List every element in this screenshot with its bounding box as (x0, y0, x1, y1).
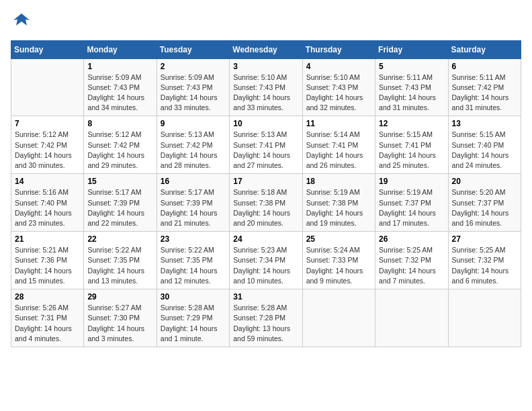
day-number: 29 (87, 292, 152, 302)
calendar-cell: 9 Sunrise: 5:13 AMSunset: 7:42 PMDayligh… (157, 116, 229, 174)
calendar-cell (448, 289, 521, 347)
calendar-cell: 29 Sunrise: 5:27 AMSunset: 7:30 PMDaylig… (84, 289, 157, 347)
calendar-cell: 14 Sunrise: 5:16 AMSunset: 7:40 PMDaylig… (11, 174, 84, 232)
calendar-cell: 1 Sunrise: 5:09 AMSunset: 7:43 PMDayligh… (84, 58, 157, 116)
calendar-table: SundayMondayTuesdayWednesdayThursdayFrid… (11, 40, 521, 347)
calendar-cell: 23 Sunrise: 5:22 AMSunset: 7:35 PMDaylig… (157, 232, 229, 289)
day-number: 18 (306, 177, 371, 186)
day-number: 7 (15, 119, 80, 128)
day-number: 13 (452, 119, 517, 128)
day-detail: Sunrise: 5:12 AMSunset: 7:42 PMDaylight:… (87, 130, 152, 171)
day-number: 25 (306, 234, 371, 244)
calendar-cell: 27 Sunrise: 5:25 AMSunset: 7:32 PMDaylig… (448, 232, 521, 289)
day-number: 3 (233, 62, 298, 71)
day-detail: Sunrise: 5:10 AMSunset: 7:43 PMDaylight:… (306, 73, 371, 113)
calendar-cell: 30 Sunrise: 5:28 AMSunset: 7:29 PMDaylig… (157, 289, 229, 347)
week-row-4: 21 Sunrise: 5:21 AMSunset: 7:36 PMDaylig… (11, 232, 521, 289)
weekday-header-tuesday: Tuesday (157, 40, 229, 58)
day-number: 19 (379, 177, 444, 186)
day-number: 12 (379, 119, 444, 128)
weekday-header-row: SundayMondayTuesdayWednesdayThursdayFrid… (11, 40, 521, 58)
svg-marker-0 (13, 13, 30, 26)
day-detail: Sunrise: 5:17 AMSunset: 7:39 PMDaylight:… (161, 187, 226, 228)
weekday-header-saturday: Saturday (448, 40, 521, 58)
day-detail: Sunrise: 5:28 AMSunset: 7:28 PMDaylight:… (233, 303, 298, 344)
day-number: 8 (87, 119, 152, 128)
day-number: 31 (233, 292, 298, 302)
week-row-2: 7 Sunrise: 5:12 AMSunset: 7:42 PMDayligh… (11, 116, 521, 174)
day-detail: Sunrise: 5:10 AMSunset: 7:43 PMDaylight:… (233, 73, 298, 113)
weekday-header-monday: Monday (84, 40, 157, 58)
day-detail: Sunrise: 5:11 AMSunset: 7:43 PMDaylight:… (379, 73, 444, 113)
calendar-cell: 24 Sunrise: 5:23 AMSunset: 7:34 PMDaylig… (230, 232, 302, 289)
week-row-5: 28 Sunrise: 5:26 AMSunset: 7:31 PMDaylig… (11, 289, 521, 347)
calendar-cell: 31 Sunrise: 5:28 AMSunset: 7:28 PMDaylig… (230, 289, 302, 347)
calendar-cell: 16 Sunrise: 5:17 AMSunset: 7:39 PMDaylig… (157, 174, 229, 232)
week-row-1: 1 Sunrise: 5:09 AMSunset: 7:43 PMDayligh… (11, 58, 521, 116)
day-number: 5 (379, 62, 444, 71)
logo (11, 11, 31, 34)
calendar-cell: 12 Sunrise: 5:15 AMSunset: 7:41 PMDaylig… (375, 116, 448, 174)
day-number: 26 (379, 234, 444, 244)
page-header (11, 11, 521, 34)
day-number: 6 (452, 62, 517, 71)
day-number: 2 (161, 62, 226, 71)
day-detail: Sunrise: 5:26 AMSunset: 7:31 PMDaylight:… (15, 303, 80, 344)
day-detail: Sunrise: 5:21 AMSunset: 7:36 PMDaylight:… (15, 245, 80, 286)
day-detail: Sunrise: 5:15 AMSunset: 7:41 PMDaylight:… (379, 130, 444, 171)
day-detail: Sunrise: 5:24 AMSunset: 7:33 PMDaylight:… (306, 245, 371, 286)
day-detail: Sunrise: 5:16 AMSunset: 7:40 PMDaylight:… (15, 187, 80, 228)
calendar-cell: 2 Sunrise: 5:09 AMSunset: 7:43 PMDayligh… (157, 58, 229, 116)
calendar-cell: 7 Sunrise: 5:12 AMSunset: 7:42 PMDayligh… (11, 116, 84, 174)
calendar-cell: 19 Sunrise: 5:19 AMSunset: 7:37 PMDaylig… (375, 174, 448, 232)
day-detail: Sunrise: 5:19 AMSunset: 7:37 PMDaylight:… (379, 187, 444, 228)
day-number: 27 (452, 234, 517, 244)
calendar-cell: 13 Sunrise: 5:15 AMSunset: 7:40 PMDaylig… (448, 116, 521, 174)
weekday-header-friday: Friday (375, 40, 448, 58)
day-number: 30 (161, 292, 226, 302)
day-number: 16 (161, 177, 226, 186)
day-detail: Sunrise: 5:11 AMSunset: 7:42 PMDaylight:… (452, 73, 517, 113)
calendar-cell (302, 289, 375, 347)
calendar-cell: 21 Sunrise: 5:21 AMSunset: 7:36 PMDaylig… (11, 232, 84, 289)
calendar-cell: 15 Sunrise: 5:17 AMSunset: 7:39 PMDaylig… (84, 174, 157, 232)
day-detail: Sunrise: 5:15 AMSunset: 7:40 PMDaylight:… (452, 130, 517, 171)
day-detail: Sunrise: 5:13 AMSunset: 7:42 PMDaylight:… (161, 130, 226, 171)
calendar-cell: 4 Sunrise: 5:10 AMSunset: 7:43 PMDayligh… (302, 58, 375, 116)
week-row-3: 14 Sunrise: 5:16 AMSunset: 7:40 PMDaylig… (11, 174, 521, 232)
calendar-cell: 10 Sunrise: 5:13 AMSunset: 7:41 PMDaylig… (230, 116, 302, 174)
day-detail: Sunrise: 5:23 AMSunset: 7:34 PMDaylight:… (233, 245, 298, 286)
day-number: 24 (233, 234, 298, 244)
day-number: 15 (87, 177, 152, 186)
weekday-header-thursday: Thursday (302, 40, 375, 58)
day-detail: Sunrise: 5:25 AMSunset: 7:32 PMDaylight:… (379, 245, 444, 286)
calendar-cell: 17 Sunrise: 5:18 AMSunset: 7:38 PMDaylig… (230, 174, 302, 232)
day-number: 23 (161, 234, 226, 244)
day-detail: Sunrise: 5:22 AMSunset: 7:35 PMDaylight:… (87, 245, 152, 286)
calendar-cell: 22 Sunrise: 5:22 AMSunset: 7:35 PMDaylig… (84, 232, 157, 289)
day-number: 17 (233, 177, 298, 186)
day-detail: Sunrise: 5:13 AMSunset: 7:41 PMDaylight:… (233, 130, 298, 171)
day-number: 9 (161, 119, 226, 128)
day-detail: Sunrise: 5:22 AMSunset: 7:35 PMDaylight:… (161, 245, 226, 286)
day-detail: Sunrise: 5:20 AMSunset: 7:37 PMDaylight:… (452, 187, 517, 228)
day-detail: Sunrise: 5:19 AMSunset: 7:38 PMDaylight:… (306, 187, 371, 228)
calendar-cell: 6 Sunrise: 5:11 AMSunset: 7:42 PMDayligh… (448, 58, 521, 116)
day-detail: Sunrise: 5:12 AMSunset: 7:42 PMDaylight:… (15, 130, 80, 171)
day-number: 22 (87, 234, 152, 244)
day-detail: Sunrise: 5:28 AMSunset: 7:29 PMDaylight:… (161, 303, 226, 344)
calendar-cell: 28 Sunrise: 5:26 AMSunset: 7:31 PMDaylig… (11, 289, 84, 347)
weekday-header-wednesday: Wednesday (230, 40, 302, 58)
day-number: 11 (306, 119, 371, 128)
calendar-cell: 11 Sunrise: 5:14 AMSunset: 7:41 PMDaylig… (302, 116, 375, 174)
calendar-cell: 8 Sunrise: 5:12 AMSunset: 7:42 PMDayligh… (84, 116, 157, 174)
day-number: 20 (452, 177, 517, 186)
day-number: 4 (306, 62, 371, 71)
day-number: 28 (15, 292, 80, 302)
calendar-cell: 18 Sunrise: 5:19 AMSunset: 7:38 PMDaylig… (302, 174, 375, 232)
day-number: 21 (15, 234, 80, 244)
day-detail: Sunrise: 5:17 AMSunset: 7:39 PMDaylight:… (87, 187, 152, 228)
day-detail: Sunrise: 5:18 AMSunset: 7:38 PMDaylight:… (233, 187, 298, 228)
day-number: 10 (233, 119, 298, 128)
calendar-cell (375, 289, 448, 347)
